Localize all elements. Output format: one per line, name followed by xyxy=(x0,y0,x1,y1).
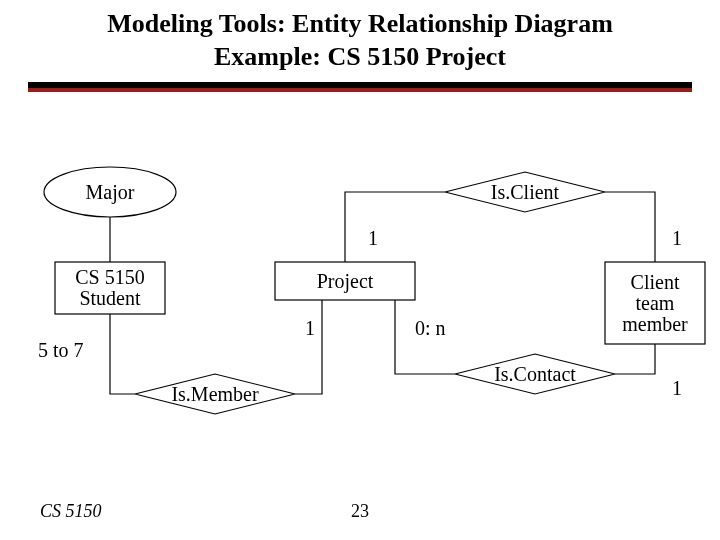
edge-ismember-project xyxy=(295,300,322,394)
edge-student-ismember xyxy=(110,314,135,394)
label-major: Major xyxy=(86,182,135,203)
card-iscontact-client: 1 xyxy=(672,378,682,399)
card-project-isclient: 1 xyxy=(368,228,378,249)
label-project: Project xyxy=(317,271,374,292)
label-iscontact: Is.Contact xyxy=(494,364,576,385)
footer-page: 23 xyxy=(0,501,720,522)
label-ismember: Is.Member xyxy=(171,384,258,405)
edge-iscontact-client xyxy=(615,344,655,374)
card-project-ismember: 1 xyxy=(305,318,315,339)
label-client: Client team member xyxy=(622,272,688,335)
edge-project-isclient xyxy=(345,192,445,262)
label-isclient: Is.Client xyxy=(491,182,559,203)
edge-isclient-client xyxy=(605,192,655,262)
label-student: CS 5150 Student xyxy=(75,267,144,309)
card-isclient-client: 1 xyxy=(672,228,682,249)
card-student-ismember: 5 to 7 xyxy=(38,340,84,361)
card-project-iscontact: 0: n xyxy=(415,318,446,339)
